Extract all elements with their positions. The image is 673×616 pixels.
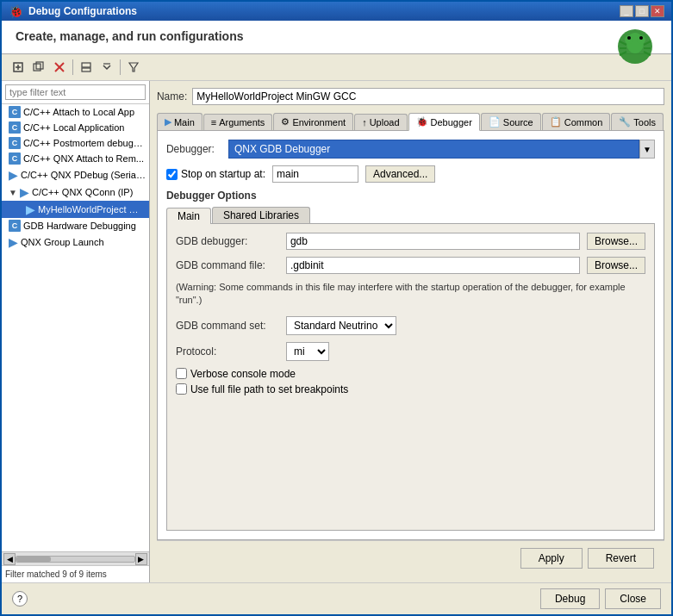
protocol-select[interactable]: mi mi1 mi2 [286,342,329,361]
verbose-console-checkbox[interactable] [176,368,187,379]
filter-input[interactable] [5,84,146,100]
maximize-button[interactable]: □ [635,5,649,17]
tab-tools[interactable]: 🔧 Tools [611,113,664,130]
inner-tab-shared-libs[interactable]: Shared Libraries [212,207,310,223]
tree-item-hardware[interactable]: C GDB Hardware Debugging [2,218,149,233]
c-icon: C [9,137,21,149]
gdb-command-set-row: GDB command set: Standard Neutrino Stand… [176,316,645,335]
filter-button[interactable] [124,58,143,77]
svg-point-5 [639,36,643,40]
tree-label: C/C++ QNX QConn (IP) [32,187,133,197]
tree-label: QNX Group Launch [21,237,104,247]
startup-at-input[interactable] [272,165,358,183]
debugger-value: QNX GDB Debugger [228,140,639,159]
apply-button[interactable]: Apply [520,548,583,569]
stop-on-startup-checkbox[interactable] [166,169,178,180]
debugger-tab-icon: 🐞 [416,116,428,128]
full-path-checkbox[interactable] [176,383,187,395]
stop-on-startup-text: Stop on startup at: [181,168,265,180]
c-icon: C [9,152,21,165]
tree-item-group[interactable]: ▶ QNX Group Launch [2,233,149,251]
scroll-right-button[interactable]: ▶ [135,553,147,565]
tools-tab-label: Tools [633,117,656,128]
verbose-console-row: Verbose console mode [176,368,645,380]
c-icon: C [9,106,21,118]
tree-label: C/C++ Postmortem debugg... [23,138,146,148]
tab-upload[interactable]: ↑ Upload [354,114,407,130]
gdb-command-file-row: GDB command file: Browse... [176,257,645,274]
tab-environment[interactable]: ⚙ Environment [273,113,353,130]
duplicate-button[interactable] [29,58,48,77]
footer-right: Debug Close [540,588,661,609]
gdb-command-file-input[interactable] [286,257,580,274]
title-bar-left: 🐞 Debug Configurations [9,4,137,18]
name-label: Name: [157,90,187,103]
sidebar-footer: Filter matched 9 of 9 items [2,565,149,582]
window-title: Debug Configurations [28,5,137,17]
tree-label: GDB Hardware Debugging [23,221,136,231]
delete-button[interactable] [50,58,69,77]
main-tab-icon: ▶ [165,116,171,128]
toolbar-separator-1 [72,59,73,75]
toolbar [2,54,671,81]
gdb-command-file-label: GDB command file: [176,259,279,271]
tab-common[interactable]: 📋 Common [542,113,611,130]
full-path-row: Use full file path to set breakpoints [176,383,645,395]
common-tab-label: Common [564,117,603,128]
title-bar-buttons: _ □ ✕ [620,5,664,17]
tab-main[interactable]: ▶ Main [157,113,203,130]
footer-bar: ? Debug Close [2,582,671,614]
collapse-all-button[interactable] [77,58,96,77]
stop-row: Stop on startup at: Advanced... [166,165,655,183]
gdb-command-set-select[interactable]: Standard Neutrino Standard Cygwin [286,316,396,335]
tab-debugger[interactable]: 🐞 Debugger [408,113,480,131]
tree-label: C/C++ Attach to Local App [23,107,134,117]
bug-decoration [613,24,657,72]
upload-tab-label: Upload [370,117,400,128]
name-row: Name: [157,88,664,105]
expand-all-button[interactable] [97,58,116,77]
common-tab-icon: 📋 [550,116,562,128]
scroll-track [16,556,135,563]
debugger-wrapper: QNX GDB Debugger ▼ [228,140,655,159]
help-button[interactable]: ? [12,591,28,607]
scroll-thumb[interactable] [16,557,51,562]
tree-item-pdebug[interactable]: ▶ C/C++ QNX PDebug (Serial... [2,166,149,184]
tree-item-local-app[interactable]: C C/C++ Local Application [2,120,149,135]
minimize-button[interactable]: _ [620,5,633,17]
upload-tab-icon: ↑ [362,117,367,128]
scroll-left-button[interactable]: ◀ [3,553,16,565]
debugger-label: Debugger: [166,143,221,155]
gdb-debugger-browse-button[interactable]: Browse... [587,233,645,250]
inner-tab-main[interactable]: Main [166,208,211,224]
sidebar-scrollbar: ◀ ▶ [2,551,149,565]
tree-item-attach-remote[interactable]: C C/C++ QNX Attach to Rem... [2,151,149,166]
close-button[interactable]: Close [605,588,661,609]
advanced-button[interactable]: Advanced... [365,165,435,183]
gdb-command-file-browse-button[interactable]: Browse... [587,257,645,274]
protocol-row: Protocol: mi mi1 mi2 [176,342,645,361]
revert-button[interactable]: Revert [588,548,654,569]
gdb-debugger-label: GDB debugger: [176,235,279,247]
close-window-button[interactable]: ✕ [651,5,664,17]
tree-item-attach-local[interactable]: C C/C++ Attach to Local App [2,104,149,120]
debugger-dropdown-arrow[interactable]: ▼ [639,140,655,159]
gdb-debugger-input[interactable] [286,233,580,250]
c-icon: C [9,220,21,232]
svg-rect-19 [82,63,90,67]
tree-item-qconn[interactable]: ▼ ▶ C/C++ QNX QConn (IP) [2,184,149,201]
debugger-row: Debugger: QNX GDB Debugger ▼ [166,140,655,159]
tree-item-myhello[interactable]: ▶ MyHelloWorldProject Mi... [2,201,149,218]
debug-configurations-window: 🐞 Debug Configurations _ □ ✕ Create, man… [0,0,673,616]
tree-area: C C/C++ Attach to Local App C C/C++ Loca… [2,104,149,551]
tab-source[interactable]: 📄 Source [481,113,541,130]
stop-on-startup-label: Stop on startup at: [166,168,265,180]
main-tab-label: Main [174,117,195,128]
tree-item-postmortem[interactable]: C C/C++ Postmortem debugg... [2,135,149,151]
tree-label: MyHelloWorldProject Mi... [38,204,146,215]
debug-button[interactable]: Debug [540,588,600,609]
new-config-button[interactable] [9,58,28,77]
name-input[interactable] [192,88,664,105]
environment-tab-icon: ⚙ [281,116,290,128]
tab-arguments[interactable]: ≡ Arguments [203,114,273,130]
